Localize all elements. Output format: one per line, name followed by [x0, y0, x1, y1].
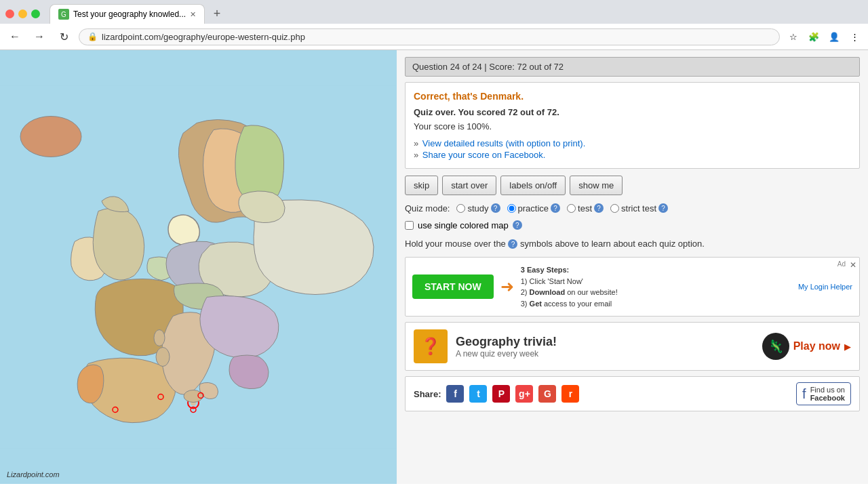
navigation-bar: ← → ↻ 🔒 lizardpoint.com/geography/europe… [0, 24, 868, 50]
ad-steps-text: 3 Easy Steps: 1) Click 'Start Now' 2) Do… [521, 264, 618, 309]
ad-right-link: My Login Helper [798, 283, 852, 291]
share-label: Share: [414, 389, 441, 399]
mode-study-radio[interactable] [456, 204, 465, 213]
find-on-facebook-button[interactable]: f Find us on Facebook [796, 382, 851, 405]
quiz-header: Question 24 of 24 | Score: 72 out of 72 [405, 57, 860, 77]
mode-practice[interactable]: practice ? [507, 203, 561, 214]
page-content: Lizardpoint.com Question 24 of 24 | Scor… [0, 50, 868, 484]
arrow-icon: » [414, 138, 418, 148]
browser-window: G Test your geography knowled... ✕ + ← →… [0, 0, 868, 50]
google-plus-share-icon[interactable]: g+ [515, 385, 533, 403]
mode-test-label: test [578, 203, 592, 214]
fb-find-text: Find us on Facebook [810, 386, 845, 402]
play-arrow-icon: ▶ [844, 342, 851, 352]
practice-help-icon[interactable]: ? [551, 203, 560, 213]
active-tab[interactable]: G Test your geography knowled... ✕ [50, 4, 205, 24]
mode-strict-test[interactable]: strict test ? [610, 203, 668, 214]
arrow-icon-2: » [414, 150, 418, 160]
map-area[interactable]: Lizardpoint.com [0, 50, 397, 484]
mode-strict-test-label: strict test [621, 203, 656, 214]
europe-map-svg [0, 50, 397, 484]
single-color-row: use single colored map ? [405, 220, 860, 230]
bookmark-icon[interactable]: ☆ [785, 28, 802, 45]
right-panel: Question 24 of 24 | Score: 72 out of 72 … [397, 50, 868, 484]
map-watermark: Lizardpoint.com [7, 470, 60, 479]
tab-close-button[interactable]: ✕ [190, 10, 196, 19]
address-bar[interactable]: 🔒 lizardpoint.com/geography/europe-weste… [79, 28, 780, 45]
trivia-play-area[interactable]: 🦎 Play now ▶ [762, 333, 851, 360]
score-line2: Your score is 100%. [414, 121, 492, 131]
mode-study[interactable]: study ? [456, 203, 500, 214]
minimize-window-dot[interactable] [18, 9, 27, 18]
mode-practice-label: practice [518, 203, 549, 214]
trivia-box[interactable]: ❓ Geography trivia! A new quiz every wee… [405, 322, 860, 371]
bottom-map-info: Small, hard to click regions are enhance… [0, 484, 868, 488]
ad-right-text: My Login Helper [798, 283, 852, 291]
score-line1: Quiz over. You scored 72 out of 72. [414, 107, 559, 117]
trivia-text: Geography trivia! A new quiz every week [456, 335, 754, 359]
result-score-text: Quiz over. You scored 72 out of 72. Your… [414, 106, 851, 134]
new-tab-button[interactable]: + [208, 5, 226, 24]
start-over-button[interactable]: start over [442, 176, 496, 195]
quiz-mode-label: Quiz mode: [405, 203, 450, 214]
reddit-share-icon[interactable]: r [561, 385, 579, 403]
pinterest-share-icon[interactable]: P [492, 385, 510, 403]
facebook-share-icon[interactable]: f [446, 385, 464, 403]
study-help-icon[interactable]: ? [491, 203, 500, 213]
url-text: lizardpoint.com/geography/europe-western… [102, 32, 305, 42]
show-me-button[interactable]: show me [570, 176, 623, 195]
action-buttons-row: skip start over labels on/off show me [405, 176, 860, 195]
forward-button[interactable]: → [30, 27, 49, 46]
mode-test[interactable]: test ? [567, 203, 604, 214]
trivia-title: Geography trivia! [456, 335, 754, 349]
single-color-label: use single colored map [418, 220, 509, 230]
test-help-icon[interactable]: ? [594, 203, 604, 213]
labels-toggle-button[interactable]: labels on/off [500, 176, 566, 195]
hint-help-icon[interactable]: ? [508, 239, 517, 249]
gplus-share-icon[interactable]: G [538, 385, 556, 403]
mode-strict-test-radio[interactable] [610, 204, 619, 213]
mode-test-radio[interactable] [567, 204, 576, 213]
strict-test-help-icon[interactable]: ? [658, 203, 668, 213]
arrow-right-icon: ➜ [500, 277, 514, 296]
skip-button[interactable]: skip [405, 176, 438, 195]
single-color-help-icon[interactable]: ? [513, 220, 522, 230]
window-controls [5, 9, 40, 18]
correct-answer-text: Correct, that's Denmark. [414, 91, 851, 102]
result-box: Correct, that's Denmark. Quiz over. You … [405, 82, 860, 169]
ad-steps-title: 3 Easy Steps: [521, 266, 570, 274]
twitter-share-icon[interactable]: t [469, 385, 487, 403]
ad-close-button[interactable]: ✕ [850, 260, 856, 270]
start-now-button[interactable]: START NOW [412, 274, 494, 299]
menu-icon[interactable]: ⋮ [846, 28, 863, 45]
ad-label: Ad [837, 260, 846, 268]
svg-point-1 [20, 117, 81, 157]
single-color-checkbox[interactable] [405, 221, 414, 230]
close-window-dot[interactable] [5, 9, 14, 18]
extension-icon[interactable]: 🧩 [806, 28, 822, 45]
trivia-icon: ❓ [414, 329, 448, 363]
hint-text: Hold your mouse over the ? symbols above… [405, 237, 860, 251]
advertisement-box: START NOW ➜ 3 Easy Steps: 1) Click 'Star… [405, 257, 860, 317]
play-now-text: Play now [793, 340, 840, 352]
quiz-mode-row: Quiz mode: study ? practice ? test ? str… [405, 203, 860, 214]
lizardpoint-logo: 🦎 [762, 333, 789, 360]
result-links: » View detailed results (with option to … [414, 138, 851, 160]
share-box: Share: f t P g+ G r f Find us on Faceboo… [405, 376, 860, 411]
svg-point-6 [184, 390, 203, 403]
mode-practice-radio[interactable] [507, 204, 516, 213]
hint-text-after: symbols above to learn about each quiz o… [520, 239, 705, 249]
tab-favicon: G [58, 9, 69, 20]
svg-point-4 [154, 330, 165, 346]
hint-text-before: Hold your mouse over the [405, 239, 506, 249]
svg-point-5 [156, 348, 170, 367]
mode-study-label: study [467, 203, 488, 214]
nav-right-icons: ☆ 🧩 👤 ⋮ [785, 28, 863, 45]
back-button[interactable]: ← [5, 27, 24, 46]
share-score-link[interactable]: » Share your score on Facebook. [414, 150, 851, 160]
profile-icon[interactable]: 👤 [826, 28, 842, 45]
maximize-window-dot[interactable] [31, 9, 40, 18]
detailed-results-link[interactable]: » View detailed results (with option to … [414, 138, 851, 148]
lock-icon: 🔒 [87, 32, 98, 41]
reload-button[interactable]: ↻ [54, 27, 73, 46]
